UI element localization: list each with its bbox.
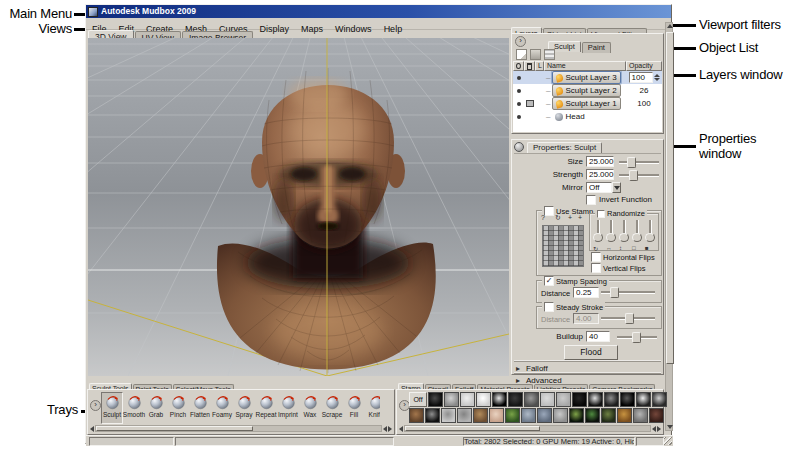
stamp-thumbnail[interactable] [425, 408, 440, 423]
stamp-thumbnail[interactable] [649, 408, 664, 423]
scroll-left-icon[interactable] [652, 426, 656, 432]
titlebar[interactable]: Autodesk Mudbox 2009 [86, 5, 671, 18]
layer-row[interactable]: – Sculpt Layer 2 26 [513, 84, 662, 97]
tool-button[interactable]: Smooth [123, 392, 145, 424]
scroll-right-icon[interactable] [388, 426, 392, 432]
stamp-thumbnail[interactable] [409, 408, 424, 423]
stamp-thumbnail[interactable] [617, 408, 632, 423]
stamp-thumbnail[interactable] [444, 392, 459, 407]
steady-stroke-checkbox[interactable] [544, 302, 554, 312]
stamp-thumbnail[interactable] [505, 408, 520, 423]
randomize-slider[interactable] [605, 220, 616, 244]
steady-distance-field[interactable]: 4.00 [573, 313, 599, 324]
resize-grip[interactable] [664, 437, 672, 445]
layer-options-icon[interactable] [544, 49, 555, 60]
stamp-thumbnail[interactable] [508, 392, 523, 407]
opacity-spinner[interactable] [654, 74, 660, 81]
stamp-thumbnail[interactable] [537, 408, 552, 423]
tool-button[interactable]: Scrape [321, 392, 343, 424]
layer-visibility-toggle[interactable] [517, 115, 521, 119]
stamp-distance-slider[interactable] [601, 286, 655, 297]
stamp-thumbnail[interactable] [473, 408, 488, 423]
layer-opacity-value[interactable]: 26 [638, 86, 651, 95]
tool-button[interactable]: Sculpt [101, 392, 123, 424]
stamp-thumbnail[interactable] [585, 408, 600, 423]
layer-badge[interactable]: Head [552, 111, 587, 122]
strength-field[interactable]: 25.000 [586, 169, 614, 180]
stamp-thumbnail[interactable] [601, 408, 616, 423]
scroll-down-icon[interactable] [667, 425, 673, 429]
stamp-spacing-checkbox[interactable]: ✓ [544, 276, 554, 286]
size-field[interactable]: 25.000 [586, 156, 614, 167]
buildup-slider[interactable] [617, 331, 657, 342]
properties-header[interactable]: Properties: Sculpt [527, 142, 602, 153]
menu-item[interactable]: Display [254, 24, 296, 35]
stamp-thumbnail[interactable] [604, 392, 619, 407]
layer-visibility-toggle[interactable] [517, 76, 521, 80]
invert-function-checkbox[interactable] [586, 195, 596, 205]
scroll-left-icon[interactable] [399, 426, 403, 432]
stamp-thumbnail[interactable] [489, 408, 504, 423]
layer-opacity-value[interactable]: 100 [629, 72, 653, 83]
layer-badge[interactable]: Sculpt Layer 3 [552, 71, 620, 84]
menu-item[interactable]: Help [378, 24, 409, 35]
stamp-distance-field[interactable]: 0.25 [573, 287, 599, 298]
vertical-flips-checkbox[interactable] [591, 263, 601, 273]
stamp-tray-scrollbar[interactable] [399, 425, 661, 432]
delete-layer-icon[interactable] [530, 49, 541, 60]
falloff-expand-icon[interactable]: ▸ [514, 364, 522, 373]
stamp-thumbnail[interactable] [633, 408, 648, 423]
scrollbar-thumb[interactable] [96, 426, 253, 431]
randomize-slider[interactable] [618, 220, 629, 244]
viewport-3d[interactable] [88, 38, 509, 376]
flood-button[interactable]: Flood [564, 345, 618, 360]
layer-badge[interactable]: Sculpt Layer 2 [552, 84, 620, 97]
horizontal-flips-checkbox[interactable] [591, 252, 601, 262]
steady-distance-slider[interactable] [601, 312, 655, 323]
mirror-dropdown-button[interactable] [612, 182, 621, 193]
scroll-left-icon[interactable] [383, 426, 387, 432]
stamp-thumbnail[interactable] [457, 408, 472, 423]
layers-subtab[interactable]: Paint [582, 42, 611, 53]
stamp-thumbnail[interactable] [569, 408, 584, 423]
stamp-help-icon[interactable]: ? [541, 214, 545, 222]
stamp-thumbnail[interactable] [441, 408, 456, 423]
menu-item[interactable]: Windows [329, 24, 378, 35]
use-stamp-checkbox[interactable] [544, 206, 554, 216]
scrollbar-thumb[interactable] [405, 426, 540, 431]
stamp-off-button[interactable]: Off [409, 392, 427, 407]
tool-button[interactable]: Fill [343, 392, 365, 424]
randomize-slider[interactable] [644, 220, 655, 244]
tool-button[interactable]: Spray [233, 392, 255, 424]
tool-button[interactable]: Grab [145, 392, 167, 424]
stamp-preview[interactable] [542, 225, 584, 267]
stamp-thumbnail[interactable] [476, 392, 491, 407]
mirror-value[interactable]: Off [586, 182, 612, 193]
stamp-thumbnail[interactable] [620, 392, 635, 407]
sculpt-tray-scrollbar[interactable] [90, 425, 392, 432]
randomize-checkbox[interactable] [597, 210, 605, 218]
size-slider[interactable] [619, 156, 659, 167]
layer-visibility-toggle[interactable] [517, 102, 521, 106]
stamp-thumbnail[interactable] [492, 392, 507, 407]
scroll-left-icon[interactable] [90, 426, 94, 432]
stamp-rotate-icon[interactable]: ↻ [555, 214, 561, 222]
menu-item[interactable]: Maps [295, 24, 329, 35]
stamp-thumbnail[interactable] [460, 392, 475, 407]
layer-row[interactable]: – Sculpt Layer 3 100 [513, 71, 662, 84]
stamp-thumbnail[interactable] [572, 392, 587, 407]
stamp-thumbnail[interactable] [556, 392, 571, 407]
layer-visibility-toggle[interactable] [517, 89, 521, 93]
tool-button[interactable]: Imprint [277, 392, 299, 424]
layer-row[interactable]: – Sculpt Layer 1 100 [513, 97, 662, 110]
stamp-move-icon[interactable]: + [568, 214, 572, 222]
scroll-up-icon[interactable] [667, 24, 673, 28]
scrollbar-thumb[interactable] [666, 32, 674, 364]
tool-button[interactable]: Wax [299, 392, 321, 424]
randomize-slider[interactable] [592, 220, 603, 244]
tool-button[interactable]: Pinch [167, 392, 189, 424]
tool-button[interactable]: Knife [365, 392, 380, 424]
scroll-right-icon[interactable] [657, 426, 661, 432]
stamp-thumbnail[interactable] [588, 392, 603, 407]
new-layer-icon[interactable] [516, 49, 527, 60]
